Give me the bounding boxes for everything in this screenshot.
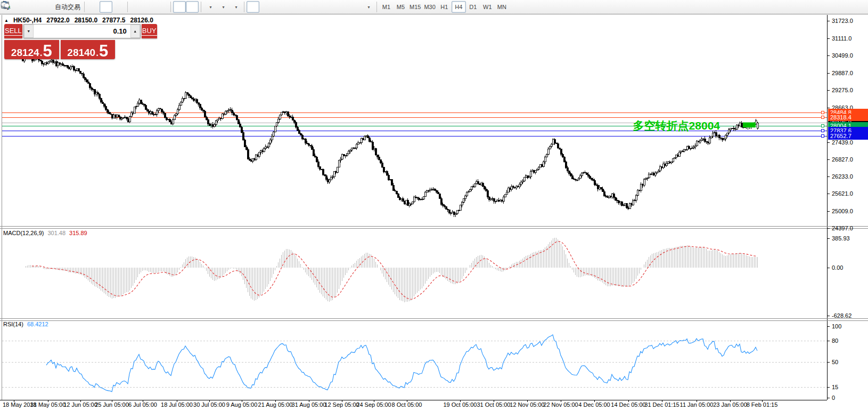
- time-axis-label: 31 Dec 01:15: [644, 401, 679, 408]
- toolbar-separator: [170, 2, 171, 12]
- timeframe-d1-button[interactable]: D1: [466, 1, 480, 13]
- time-axis-label: 23 Jan 05:00: [713, 401, 747, 408]
- line-chart-button[interactable]: [112, 1, 125, 13]
- timeframe-mn-button[interactable]: MN: [495, 1, 509, 13]
- price-axis-label: 29275.0: [832, 87, 853, 94]
- templates-dropdown-arrow-icon[interactable]: ▾: [235, 5, 237, 10]
- rsi-axis-label: 15: [832, 384, 838, 391]
- price-line-badge: 28318.4: [828, 114, 868, 121]
- timeframe-m1-button[interactable]: M1: [379, 1, 394, 13]
- time-axis-label: 8 Oct 05:00: [392, 401, 422, 408]
- indicators-dropdown-arrow-icon[interactable]: ▾: [209, 5, 211, 10]
- candlestick-chart-button[interactable]: [100, 1, 112, 13]
- macd-axis-label: -628.62: [832, 312, 851, 319]
- periods-dropdown-arrow-icon[interactable]: ▾: [222, 5, 224, 10]
- timeframe-m15-button[interactable]: M15: [408, 1, 422, 13]
- rsi-axis-label: 0: [832, 395, 835, 401]
- price-axis-label: 31111.0: [832, 35, 851, 42]
- zoom-out-button[interactable]: [143, 1, 155, 13]
- toolbar: 单自动交易▾▾▾EFAT▾M1M5M15M30H1H4D1W1MN: [0, 0, 868, 14]
- buy-button[interactable]: BUY: [142, 24, 157, 38]
- arrows-button[interactable]: ▾: [362, 1, 374, 13]
- collapse-arrow-icon[interactable]: ▲: [4, 18, 9, 23]
- person-button[interactable]: [27, 1, 39, 13]
- ohlc-close: 28126.0: [130, 17, 153, 24]
- templates-button[interactable]: ▾: [229, 1, 242, 13]
- price-axis-label: 27439.0: [832, 139, 853, 146]
- time-axis-label: 14 Dec 05:00: [611, 401, 645, 408]
- time-axis-label: 6 Jul 05:00: [128, 401, 157, 408]
- price-line-badge: 27652.7: [828, 132, 868, 140]
- price-axis-label: 24397.0: [832, 225, 853, 232]
- rsi-axis-label: 80: [832, 337, 838, 344]
- time-axis-label: 4 Dec 05:00: [578, 401, 610, 408]
- sell-price-display[interactable]: 28124.5: [4, 40, 59, 59]
- toolbar-separator: [201, 2, 201, 12]
- macd-signal-value: 315.89: [69, 230, 87, 236]
- toolbar-separator: [244, 2, 244, 12]
- ohlc-open: 27922.0: [46, 17, 69, 24]
- volume-input[interactable]: [34, 25, 130, 38]
- price-axis-label: 29887.0: [832, 70, 853, 77]
- chart-shift-button[interactable]: [186, 1, 199, 13]
- fibonacci-button[interactable]: F: [323, 1, 336, 13]
- text-button[interactable]: A: [336, 1, 349, 13]
- time-axis-label: 18 Jul 05:00: [161, 401, 193, 408]
- horizontal-line-button[interactable]: [285, 1, 298, 13]
- timeframe-h4-button[interactable]: H4: [452, 1, 466, 13]
- crosshair-button[interactable]: [259, 1, 272, 13]
- time-axis-label: 21 Aug 05:00: [258, 401, 293, 408]
- timeframe-h1-button[interactable]: H1: [437, 1, 452, 13]
- volume-increase-button[interactable]: ▲: [130, 25, 140, 38]
- toolbar-separator: [127, 2, 128, 12]
- text-label-button[interactable]: T: [349, 1, 362, 13]
- rsi-value: 68.4212: [27, 321, 48, 327]
- rsi-name: RSI(14): [3, 321, 23, 327]
- time-axis-label: 25 Jun 05:00: [95, 401, 129, 408]
- bar-chart-button[interactable]: [87, 1, 100, 13]
- price-axis-label: 26827.0: [832, 156, 853, 163]
- price-axis-label: 31723.0: [832, 18, 853, 25]
- buy-price-display[interactable]: 28140.5: [61, 40, 116, 59]
- trendline-button[interactable]: [298, 1, 310, 13]
- indicators-button[interactable]: ▾: [203, 1, 216, 13]
- price-axis-label: 26233.0: [832, 173, 853, 180]
- volume-decrease-button[interactable]: ▼: [24, 25, 34, 38]
- timeframe-m30-button[interactable]: M30: [422, 1, 437, 13]
- time-axis-label: 30 Jul 05:00: [193, 401, 225, 408]
- vertical-line-button[interactable]: [272, 1, 285, 13]
- one-click-trading-panel: SELL ▼ ▲ BUY 28124.5 28140.5: [4, 24, 115, 59]
- zoom-in-button[interactable]: [130, 1, 143, 13]
- periods-button[interactable]: ▾: [216, 1, 229, 13]
- sell-button[interactable]: SELL: [4, 24, 22, 38]
- time-axis-label: 9 Aug 05:00: [226, 401, 258, 408]
- autotrading-button[interactable]: 自动交易: [52, 1, 82, 13]
- toolbar-separator: [376, 2, 377, 12]
- price-axis-label: 30499.0: [832, 52, 853, 59]
- chat-button[interactable]: [851, 1, 864, 13]
- ohlc-low: 27877.5: [102, 17, 125, 24]
- price-axis-label: 25621.0: [832, 190, 853, 197]
- search-button[interactable]: [835, 1, 848, 13]
- chart-text-annotation[interactable]: 多空转折点28004: [633, 118, 720, 133]
- symbol-period-label: HK50-,H4: [13, 17, 42, 24]
- auto-scroll-button[interactable]: [173, 1, 186, 13]
- ohlc-high: 28150.0: [75, 17, 97, 24]
- equidistant-channel-button[interactable]: E: [310, 1, 323, 13]
- macd-axis-label: 385.93: [832, 235, 850, 242]
- macd-name: MACD(12,26,9): [3, 230, 44, 236]
- timeframe-m5-button[interactable]: M5: [394, 1, 408, 13]
- cursor-button[interactable]: [247, 1, 259, 13]
- chart-symbol-header: ▲ HK50-,H4 27922.0 28150.0 27877.5 28126…: [4, 17, 153, 24]
- book-button[interactable]: [14, 1, 27, 13]
- chart-canvas[interactable]: [0, 0, 868, 410]
- rsi-axis-label: 50: [832, 359, 838, 366]
- macd-indicator-label: MACD(12,26,9) 301.48 315.89: [3, 230, 87, 236]
- tile-windows-button[interactable]: [155, 1, 168, 13]
- target-button[interactable]: [39, 1, 52, 13]
- time-axis-label: 8 Feb 01:15: [747, 401, 778, 408]
- timeframe-w1-button[interactable]: W1: [480, 1, 495, 13]
- toolbar-separator: [84, 2, 85, 12]
- rsi-axis-label: 100: [832, 323, 841, 330]
- arrows-dropdown-arrow-icon[interactable]: ▾: [367, 5, 370, 10]
